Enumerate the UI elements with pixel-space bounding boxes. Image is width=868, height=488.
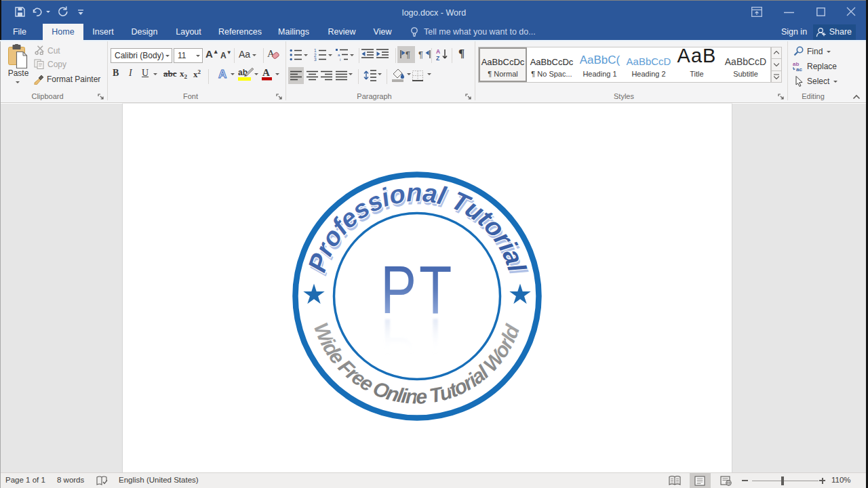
- svg-text:a: a: [338, 53, 340, 57]
- svg-text:A: A: [218, 68, 226, 81]
- svg-text:¶: ¶: [418, 49, 423, 60]
- svg-text:A: A: [436, 48, 440, 55]
- svg-text:PT: PT: [380, 305, 454, 381]
- svg-text:3: 3: [314, 57, 317, 61]
- svg-text:i: i: [340, 58, 340, 61]
- svg-text:¶: ¶: [406, 49, 410, 60]
- svg-text:Z: Z: [436, 55, 439, 61]
- svg-text:ac: ac: [796, 66, 802, 72]
- svg-text:A: A: [262, 67, 270, 78]
